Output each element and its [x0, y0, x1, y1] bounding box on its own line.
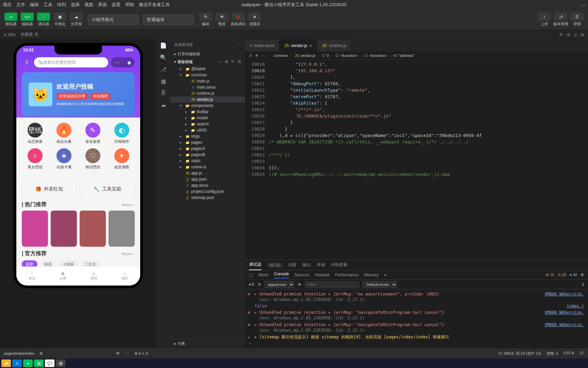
- panel-network[interactable]: Network: [315, 273, 330, 277]
- file-main-wxss[interactable]: #main.wxss: [170, 84, 245, 90]
- outline-section[interactable]: ▸ 大纲: [170, 339, 245, 348]
- version-button[interactable]: ⎇版本管理: [553, 11, 568, 28]
- menu-view[interactable]: 视图: [84, 2, 93, 8]
- tab-home[interactable]: ⌂首页: [16, 267, 47, 286]
- folder-static[interactable]: ▸📁static: [170, 158, 245, 164]
- more-icon[interactable]: ⋯: [237, 43, 241, 47]
- dt-tab-problems[interactable]: 问题: [288, 260, 296, 270]
- breadcrumb[interactable]: ☰ ◈ ← → common› JS vendor.js› ⬡ 9› ⬡ <fu…: [245, 51, 588, 60]
- menu-settings[interactable]: 设置: [112, 2, 120, 8]
- bookmark-icon[interactable]: ◈: [255, 53, 258, 58]
- menu-goto[interactable]: 转到: [57, 2, 66, 8]
- panel-performance[interactable]: Performance: [335, 273, 359, 277]
- encoding[interactable]: UTF-8: [564, 351, 574, 356]
- file-vendor-js[interactable]: JSvendor.js: [170, 96, 245, 103]
- cat-signature[interactable]: ✎签名套图: [80, 123, 106, 144]
- dt-tab-terminal[interactable]: 终端: [317, 260, 325, 270]
- git-icon[interactable]: ⎇: [160, 66, 166, 73]
- search-icon[interactable]: 🔍: [160, 54, 167, 61]
- warn-count[interactable]: ⚠ 12: [558, 273, 566, 277]
- folder-uview[interactable]: ▸📁uview-ui: [170, 164, 245, 170]
- forward-icon[interactable]: →: [267, 53, 271, 58]
- folder-model[interactable]: ▸📁model: [170, 115, 245, 121]
- task-explorer[interactable]: 📁: [1, 359, 11, 367]
- menu-interface[interactable]: 界面: [98, 2, 107, 8]
- file-app-json[interactable]: {}app.json: [170, 176, 245, 182]
- menu-project[interactable]: 项目: [3, 2, 12, 8]
- task-chat[interactable]: 💬: [45, 359, 54, 367]
- new-file-icon[interactable]: ＋: [218, 59, 222, 64]
- folder-u8ad[interactable]: ▸📁u8AD: [170, 127, 245, 133]
- levels-select[interactable]: Default levels: [363, 281, 397, 288]
- error-count[interactable]: ⊗ 10: [546, 273, 554, 277]
- more-link[interactable]: More+ ›: [122, 203, 135, 207]
- root-folder[interactable]: ▾ 新版前端 ＋⊞↻⊟: [170, 58, 245, 66]
- ext-icon[interactable]: ▦: [161, 78, 166, 85]
- menu-edit[interactable]: 编辑: [30, 2, 39, 8]
- file-app-wxss[interactable]: #app.wxss: [170, 182, 245, 188]
- folder-common[interactable]: ▾📂common: [170, 72, 245, 78]
- inspect-icon[interactable]: ⬚: [249, 273, 253, 277]
- cat-couple[interactable]: ♡情侣壁纸: [80, 148, 106, 170]
- upload-button[interactable]: ↑上传: [537, 11, 552, 28]
- status-errors[interactable]: ⊗ 0 ⚠ 0: [134, 351, 148, 356]
- task-app[interactable]: ▦: [56, 359, 65, 367]
- open-editors-section[interactable]: ▸ 打开的编辑器: [170, 50, 245, 58]
- panel-memory[interactable]: Memory: [364, 273, 379, 277]
- console-output[interactable]: VM886 WAService.▸ Unhandled promise reje…: [245, 289, 588, 348]
- task-devtool[interactable]: ▣: [34, 359, 44, 367]
- folder-pages[interactable]: ▸📁pages: [170, 139, 245, 145]
- cloud-icon[interactable]: ☁: [161, 102, 166, 108]
- dt-tab-debugger[interactable]: 调试器: [249, 260, 261, 270]
- file-project-config[interactable]: {}project.config.json: [170, 188, 245, 195]
- eye-icon[interactable]: 👁: [116, 351, 120, 355]
- thumb[interactable]: [109, 211, 135, 247]
- tab-runtime-js[interactable]: JSruntime.js: [317, 40, 352, 51]
- info-count[interactable]: ● 40: [570, 273, 577, 277]
- menu-tools[interactable]: 工具: [44, 2, 52, 8]
- cat-beauty[interactable]: ♀美女壁纸: [22, 148, 48, 170]
- back-icon[interactable]: ←: [261, 53, 264, 58]
- refresh-icon[interactable]: ⟳: [559, 32, 563, 37]
- collapse-icon[interactable]: ⊟: [238, 59, 241, 64]
- toc-icon[interactable]: ☰: [249, 53, 252, 58]
- files-icon[interactable]: 📄: [160, 42, 167, 49]
- clear-cache-button[interactable]: ≋清缓存: [247, 11, 262, 28]
- phone-screen[interactable]: 13:0386% ⇪ 🔍 搜索你想要的壁纸 ⋯◉ 🐱 欢迎用户投稿 好资源就应共…: [16, 46, 140, 286]
- folder-pagesb[interactable]: ▸📁pagesB: [170, 152, 245, 158]
- debugger-button[interactable]: ⬚调试器: [36, 11, 51, 28]
- more-link[interactable]: More+ ›: [122, 252, 135, 256]
- copy-path-icon[interactable]: ⧉: [40, 351, 43, 356]
- thumb[interactable]: [80, 211, 106, 247]
- panel-sources[interactable]: Sources: [294, 273, 309, 277]
- task-edge[interactable]: e: [12, 359, 22, 367]
- more-panels-icon[interactable]: »: [384, 273, 387, 277]
- share-icon[interactable]: ⇪: [22, 58, 31, 67]
- cat-avatar[interactable]: 🔥精品头像: [51, 123, 77, 144]
- file-sitemap[interactable]: {}sitemap.json: [170, 195, 245, 201]
- detail-button[interactable]: ☰详情: [570, 11, 585, 28]
- panel-wxml[interactable]: Wxml: [258, 273, 268, 277]
- thumb[interactable]: [22, 211, 48, 247]
- file-app-js[interactable]: JSapp.js: [170, 170, 245, 176]
- compile-button[interactable]: ↻编译: [198, 11, 213, 28]
- menu-file[interactable]: 文件: [16, 2, 25, 8]
- cloud-button[interactable]: ☁云开发: [69, 11, 84, 28]
- device-icon[interactable]: ▯: [574, 32, 577, 37]
- filter-input[interactable]: [305, 281, 359, 288]
- tab-category[interactable]: ▦分类: [47, 267, 78, 286]
- menu-help[interactable]: 帮助: [125, 2, 134, 8]
- folder-imgs[interactable]: ▸📁imgs: [170, 133, 245, 139]
- panel-console[interactable]: Console: [274, 272, 289, 278]
- folder-babel[interactable]: ▸📁@babel: [170, 66, 245, 72]
- hotreload-toggle[interactable]: 热重载 关: [21, 32, 38, 37]
- more-icon[interactable]: ⋯: [125, 351, 129, 356]
- copy-icon[interactable]: ⧉: [581, 32, 584, 37]
- cat-creative[interactable]: ✦创意潮图: [109, 148, 135, 170]
- simulator-button[interactable]: ▭模拟器: [3, 11, 18, 28]
- dt-tab-output[interactable]: 输出: [303, 260, 311, 270]
- compile-select[interactable]: 普通编译: [143, 15, 194, 25]
- tab-vendor-js[interactable]: JSvendor.js×: [279, 40, 317, 51]
- search-input[interactable]: 🔍 搜索你想要的壁纸: [34, 57, 108, 67]
- tab-mine[interactable]: ☺我的: [109, 267, 140, 286]
